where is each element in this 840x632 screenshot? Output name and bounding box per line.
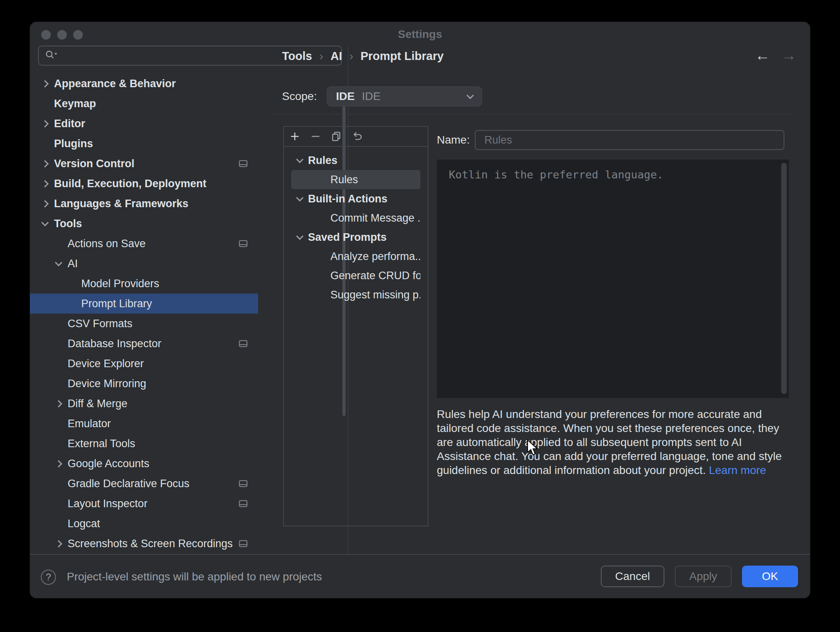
scope-label: Scope: <box>282 86 317 106</box>
chevron-down-icon <box>466 92 474 99</box>
sidebar-item-appearance-behavior[interactable]: Appearance & Behavior <box>30 74 258 94</box>
settings-tree: Appearance & Behavior Keymap Editor Plug… <box>30 74 258 554</box>
sidebar-item-label: Languages & Frameworks <box>54 198 188 210</box>
chevron-right-icon <box>55 460 62 467</box>
chevron-right-icon <box>41 120 48 127</box>
sidebar-item-version-control[interactable]: Version Control <box>30 154 258 174</box>
copy-prompt-button[interactable] <box>329 129 344 144</box>
chevron-down-icon <box>296 156 303 163</box>
ok-button[interactable]: OK <box>742 566 798 587</box>
sidebar-item-external-tools[interactable]: External Tools <box>30 434 258 454</box>
chevron-down-icon <box>296 232 303 240</box>
prompt-group-rules[interactable]: Rules <box>291 151 420 170</box>
sidebar-item-logcat[interactable]: Logcat <box>30 514 258 534</box>
sidebar-item-label: Screenshots & Screen Recordings <box>68 538 233 550</box>
prompt-item-suggest-missing[interactable]: Suggest missing p... <box>291 285 420 304</box>
name-input[interactable] <box>475 130 784 150</box>
cancel-button[interactable]: Cancel <box>601 566 664 587</box>
sidebar-item-plugins[interactable]: Plugins <box>30 134 258 154</box>
sidebar-item-label: Keymap <box>54 98 96 110</box>
sidebar-item-tools[interactable]: Tools <box>30 214 258 234</box>
scope-type: IDE <box>336 90 355 103</box>
sidebar-item-actions-on-save[interactable]: Actions on Save <box>30 234 258 254</box>
screen-icon <box>239 480 248 487</box>
screen-icon <box>239 160 248 167</box>
scope-value: IDE <box>362 90 381 103</box>
remove-prompt-button[interactable] <box>308 129 323 144</box>
prompt-item-label: Analyze performa... <box>330 250 420 263</box>
breadcrumb-separator: › <box>349 49 353 63</box>
breadcrumb-ai[interactable]: AI <box>330 50 342 63</box>
sidebar-item-prompt-library[interactable]: Prompt Library <box>30 294 258 314</box>
screen-icon <box>239 340 248 347</box>
chevron-down-icon <box>55 259 62 266</box>
breadcrumb-prompt-library: Prompt Library <box>360 50 444 63</box>
prompt-group-saved-prompts[interactable]: Saved Prompts <box>291 228 420 247</box>
back-arrow-icon[interactable]: ← <box>755 47 770 64</box>
prompt-item-commit-message[interactable]: Commit Message ... <box>291 208 420 228</box>
chevron-down-icon <box>296 194 303 201</box>
prompt-item-rules[interactable]: Rules <box>291 170 420 189</box>
undo-button[interactable] <box>350 129 365 144</box>
sidebar-item-device-explorer[interactable]: Device Explorer <box>30 354 258 374</box>
learn-more-link[interactable]: Learn more <box>709 464 766 476</box>
prompt-group-built-in-actions[interactable]: Built-in Actions <box>291 189 420 208</box>
editor-content: Kotlin is the preferred language. <box>437 160 789 190</box>
sidebar-item-label: Appearance & Behavior <box>54 78 176 90</box>
sidebar-item-database-inspector[interactable]: Database Inspector <box>30 334 258 354</box>
chevron-right-icon <box>55 400 62 407</box>
sidebar-item-languages-frameworks[interactable]: Languages & Frameworks <box>30 194 258 214</box>
prompt-list-panel: Rules Rules Built-in Actions Commit Mess… <box>283 126 428 526</box>
description-text: Rules help AI understand your preference… <box>437 407 791 477</box>
sidebar-item-ai[interactable]: AI <box>30 254 258 274</box>
sidebar-item-label: Actions on Save <box>68 238 146 250</box>
chevron-down-icon <box>41 219 48 226</box>
scope-dropdown[interactable]: IDE IDE <box>327 86 482 106</box>
add-prompt-button[interactable] <box>287 129 302 144</box>
prompt-item-generate-crud[interactable]: Generate CRUD fo... <box>291 266 420 285</box>
sidebar-item-label: Model Providers <box>81 278 159 290</box>
breadcrumb-tools[interactable]: Tools <box>282 50 312 63</box>
prompt-item-label: Generate CRUD fo... <box>330 270 420 282</box>
prompt-group-label: Built-in Actions <box>308 193 387 205</box>
sidebar-item-label: Tools <box>54 218 82 230</box>
sidebar-item-label: Device Mirroring <box>68 378 146 390</box>
sidebar-item-model-providers[interactable]: Model Providers <box>30 274 258 294</box>
sidebar-item-label: Prompt Library <box>81 298 152 310</box>
settings-window: Settings Appearance & Behavior Keymap Ed… <box>30 22 810 598</box>
sidebar-item-label: External Tools <box>68 438 135 450</box>
prompt-tree: Rules Rules Built-in Actions Commit Mess… <box>284 147 428 304</box>
chevron-right-icon <box>41 180 48 187</box>
sidebar-item-diff-merge[interactable]: Diff & Merge <box>30 394 258 414</box>
sidebar-item-gradle-declarative-focus[interactable]: Gradle Declarative Focus <box>30 474 258 494</box>
prompt-item-label: Rules <box>330 174 358 186</box>
breadcrumb: Tools › AI › Prompt Library <box>282 46 444 66</box>
sidebar-item-label: Gradle Declarative Focus <box>68 478 190 490</box>
editor-scrollbar[interactable] <box>781 163 787 394</box>
search-icon <box>44 49 58 62</box>
forward-arrow-icon[interactable]: → <box>781 47 796 64</box>
screen-icon <box>239 540 248 547</box>
sidebar-item-screenshots-screen-recordings[interactable]: Screenshots & Screen Recordings <box>30 534 258 554</box>
apply-button[interactable]: Apply <box>675 566 732 587</box>
sidebar-item-label: Build, Execution, Deployment <box>54 178 206 190</box>
prompt-editor[interactable]: Kotlin is the preferred language. <box>437 160 789 398</box>
sidebar-item-editor[interactable]: Editor <box>30 114 258 134</box>
prompt-item-analyze-performance[interactable]: Analyze performa... <box>291 247 420 266</box>
screen-icon <box>239 500 248 507</box>
sidebar-item-layout-inspector[interactable]: Layout Inspector <box>30 494 258 514</box>
sidebar-item-keymap[interactable]: Keymap <box>30 94 258 114</box>
bottom-bar: ? Project-level settings will be applied… <box>30 554 810 598</box>
help-icon[interactable]: ? <box>41 570 56 585</box>
mouse-cursor <box>526 439 540 458</box>
sidebar-item-label: Emulator <box>68 418 111 430</box>
sidebar-item-emulator[interactable]: Emulator <box>30 414 258 434</box>
sidebar-item-label: Logcat <box>68 518 100 530</box>
sidebar-item-device-mirroring[interactable]: Device Mirroring <box>30 374 258 394</box>
screen-icon <box>239 240 248 247</box>
prompt-item-label: Commit Message ... <box>330 212 420 224</box>
sidebar-item-google-accounts[interactable]: Google Accounts <box>30 454 258 474</box>
sidebar-item-label: Device Explorer <box>68 358 144 370</box>
sidebar-item-csv-formats[interactable]: CSV Formats <box>30 314 258 334</box>
sidebar-item-build-execution-deployment[interactable]: Build, Execution, Deployment <box>30 174 258 194</box>
